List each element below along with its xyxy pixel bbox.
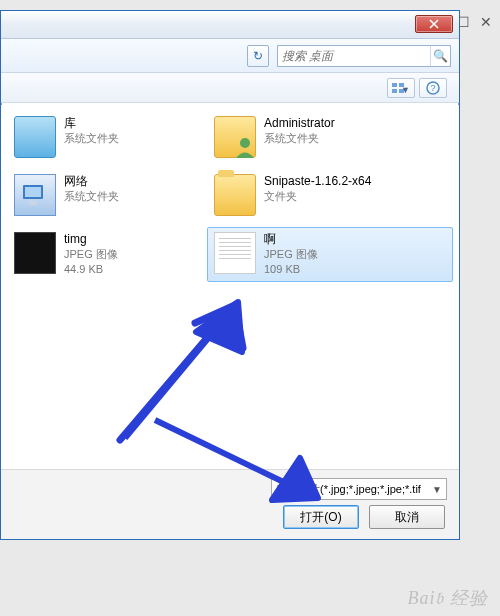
bg-close-icon: ✕ (480, 14, 492, 30)
item-type: 系统文件夹 (64, 189, 119, 204)
close-button[interactable] (415, 15, 453, 33)
svg-rect-8 (29, 201, 37, 205)
toolbar: ▼ ? (1, 73, 459, 103)
help-button[interactable]: ? (419, 78, 447, 98)
network-icon (14, 174, 56, 216)
refresh-button[interactable]: ↻ (247, 45, 269, 67)
list-item[interactable]: Administrator 系统文件夹 (207, 111, 453, 163)
item-type: 系统文件夹 (264, 131, 335, 146)
chevron-down-icon: ▼ (401, 85, 410, 95)
image-thumb (14, 232, 56, 274)
svg-rect-7 (25, 187, 41, 197)
item-name: timg (64, 232, 118, 247)
view-options-button[interactable]: ▼ (387, 78, 415, 98)
file-list: 库 系统文件夹 网络 系统文件夹 timg JPEG 图像 44.9 KB (1, 105, 459, 469)
titlebar (1, 11, 459, 39)
item-size: 44.9 KB (64, 262, 118, 277)
item-name: 库 (64, 116, 119, 131)
list-item[interactable]: 库 系统文件夹 (7, 111, 195, 163)
user-folder-icon (214, 116, 256, 158)
list-item[interactable]: 啊 JPEG 图像 109 KB (207, 227, 453, 282)
open-dialog: ↻ 🔍 ▼ ? 库 系统文件夹 (0, 10, 460, 540)
filter-label: 所有图片(*.jpg;*.jpeg;*.jpe;*.tif (276, 482, 421, 497)
item-type: 系统文件夹 (64, 131, 119, 146)
item-name: Snipaste-1.16.2-x64 (264, 174, 371, 189)
search-icon[interactable]: 🔍 (430, 46, 450, 66)
list-item[interactable]: timg JPEG 图像 44.9 KB (7, 227, 195, 282)
image-thumb (214, 232, 256, 274)
folder-icon (214, 174, 256, 216)
item-size: 109 KB (264, 262, 318, 277)
dialog-footer: 所有图片(*.jpg;*.jpeg;*.jpe;*.tif ▼ 打开(O) 取消 (1, 469, 459, 539)
chevron-down-icon: ▼ (432, 484, 442, 495)
item-name: 网络 (64, 174, 119, 189)
item-type: JPEG 图像 (264, 247, 318, 262)
watermark: Bai𝔟 经验 (408, 586, 489, 610)
list-item[interactable]: Snipaste-1.16.2-x64 文件夹 (207, 169, 453, 221)
item-type: JPEG 图像 (64, 247, 118, 262)
open-button[interactable]: 打开(O) (283, 505, 359, 529)
navbar: ↻ 🔍 (1, 39, 459, 73)
svg-rect-2 (392, 89, 397, 93)
item-name: Administrator (264, 116, 335, 131)
svg-rect-0 (392, 83, 397, 87)
search-input[interactable] (278, 46, 428, 66)
cancel-button[interactable]: 取消 (369, 505, 445, 529)
item-type: 文件夹 (264, 189, 371, 204)
svg-text:?: ? (430, 83, 435, 93)
svg-point-9 (240, 138, 250, 148)
item-name: 啊 (264, 232, 318, 247)
list-item[interactable]: 网络 系统文件夹 (7, 169, 195, 221)
libraries-icon (14, 116, 56, 158)
search-box[interactable]: 🔍 (277, 45, 451, 67)
file-type-filter[interactable]: 所有图片(*.jpg;*.jpeg;*.jpe;*.tif ▼ (271, 478, 447, 500)
